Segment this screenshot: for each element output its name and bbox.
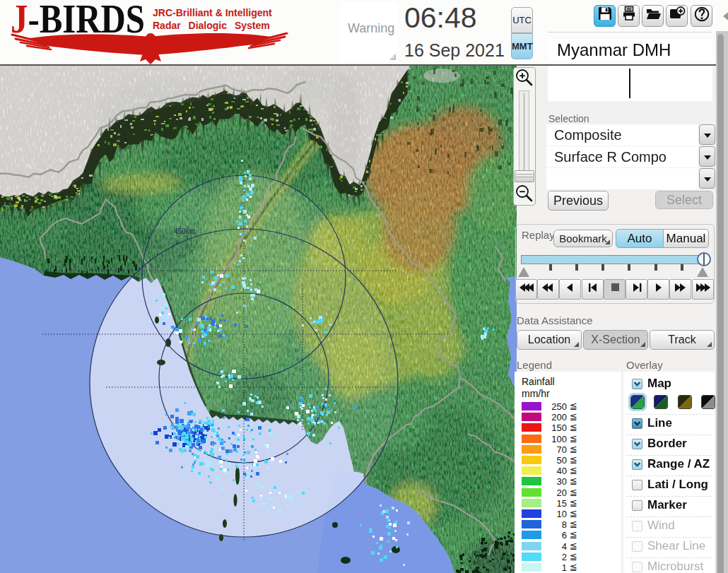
svg-text:450km: 450km [174,228,195,235]
